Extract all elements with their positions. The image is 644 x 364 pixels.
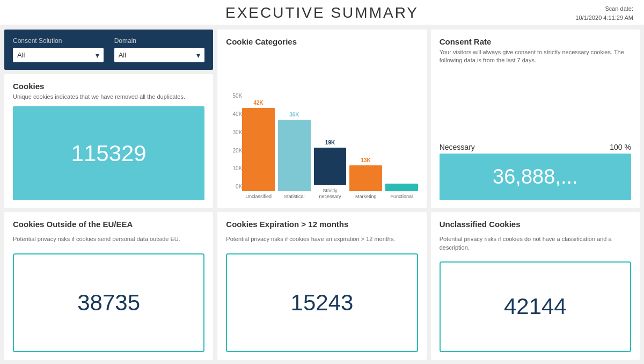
bar-label-top-marketing: 13K [361, 157, 371, 163]
bar-rect-strictly [314, 148, 347, 185]
unclassified-title: Unclassified Cookies [440, 220, 631, 229]
expiration-card: Cookies Expiration > 12 months Potential… [217, 212, 426, 360]
page-title: EXECUTIVE SUMMARY [225, 4, 419, 21]
domain-filter: Domain All [114, 37, 205, 62]
y-axis: 50K 40K 30K 20K 10K 0K [226, 93, 242, 200]
y-label-10k: 10K [226, 165, 242, 171]
domain-label: Domain [114, 37, 205, 45]
y-label-30k: 30K [226, 129, 242, 135]
filter-card: Consent Solution All Domain All [4, 30, 213, 70]
cookies-title: Cookies [13, 82, 204, 91]
cookies-card: Cookies Unique cookies indicates that we… [4, 74, 213, 208]
unclassified-subtitle: Potential privacy risks if cookies do no… [440, 235, 631, 252]
cookie-categories-card: Cookie Categories 50K 40K 30K 20K 10K 0K [217, 30, 426, 208]
cookies-big-number: 115329 [13, 106, 204, 200]
bar-label-bottom-strictly: Strictlynecessary [319, 188, 341, 200]
bar-label-top-functional: · [401, 177, 402, 181]
expiration-title: Cookies Expiration > 12 months [226, 220, 418, 229]
bar-unclassified: 42K Unclassified [242, 100, 275, 200]
bar-statistical: 36K Statistical [278, 112, 311, 200]
header: EXECUTIVE SUMMARY Scan date: 10/1/2020 4… [0, 0, 644, 25]
chart-area: 50K 40K 30K 20K 10K 0K 42K [226, 48, 418, 200]
domain-select[interactable]: All [114, 48, 205, 62]
consent-solution-select[interactable]: All [13, 48, 104, 62]
chart-row-wrapper: 50K 40K 30K 20K 10K 0K 42K [226, 88, 418, 200]
expiration-subtitle: Potential privacy risks if cookies have … [226, 235, 418, 243]
consent-solution-select-wrapper[interactable]: All [13, 48, 104, 62]
consent-percentage: 100 % [610, 143, 631, 151]
bar-label-top-unclassified: 42K [253, 100, 263, 106]
domain-select-wrapper[interactable]: All [114, 48, 205, 62]
unclassified-big-number: 42144 [440, 261, 631, 352]
bar-functional: · Functional [385, 177, 418, 200]
eu-subtitle: Potential privacy risks if cookies send … [13, 235, 204, 243]
expiration-big-number: 15243 [226, 253, 418, 353]
bar-marketing: 13K Marketing [349, 157, 382, 200]
y-label-50k: 50K [226, 93, 242, 99]
y-label-20k: 20K [226, 148, 242, 154]
bars-container: 42K Unclassified 36K Statistical [242, 100, 418, 200]
consent-solution-label: Consent Solution [13, 37, 104, 45]
y-label-0k: 0K [226, 184, 242, 190]
eu-card: Cookies Outside of the EU/EEA Potential … [4, 212, 213, 360]
bar-rect-unclassified [242, 108, 275, 191]
scan-date: Scan date: 10/1/2020 4:11:29 AM [575, 4, 633, 22]
bar-strictly-necessary: 19K Strictlynecessary [314, 140, 347, 200]
consent-subtitle: Your visitors will always give consent t… [440, 48, 631, 65]
consent-row: Necessary 100 % [440, 143, 631, 151]
bar-rect-marketing [349, 165, 382, 191]
eu-big-number: 38735 [13, 253, 204, 353]
consent-big-number: 36,888,... [440, 154, 631, 200]
bar-label-bottom-statistical: Statistical [284, 194, 305, 200]
y-label-40k: 40K [226, 111, 242, 117]
eu-title: Cookies Outside of the EU/EEA [13, 220, 204, 229]
bar-label-bottom-functional: Functional [391, 194, 413, 200]
col1-wrapper: Consent Solution All Domain All Cookies … [4, 30, 213, 208]
cookies-subtitle: Unique cookies indicates that we have re… [13, 93, 204, 101]
main-grid: Consent Solution All Domain All Cookies … [0, 25, 644, 364]
consent-label: Necessary [440, 143, 475, 151]
bar-label-bottom-unclassified: Unclassified [245, 194, 272, 200]
bar-label-bottom-marketing: Marketing [355, 194, 377, 200]
consent-rate-card: Consent Rate Your visitors will always g… [431, 30, 640, 208]
bar-rect-statistical [278, 120, 311, 191]
bar-label-top-statistical: 36K [289, 112, 299, 118]
consent-title: Consent Rate [440, 37, 631, 46]
consent-solution-filter: Consent Solution All [13, 37, 104, 62]
bar-rect-functional [385, 184, 418, 191]
unclassified-card: Unclassified Cookies Potential privacy r… [431, 212, 640, 360]
chart-title: Cookie Categories [226, 37, 418, 46]
bar-label-top-strictly: 19K [325, 140, 335, 145]
